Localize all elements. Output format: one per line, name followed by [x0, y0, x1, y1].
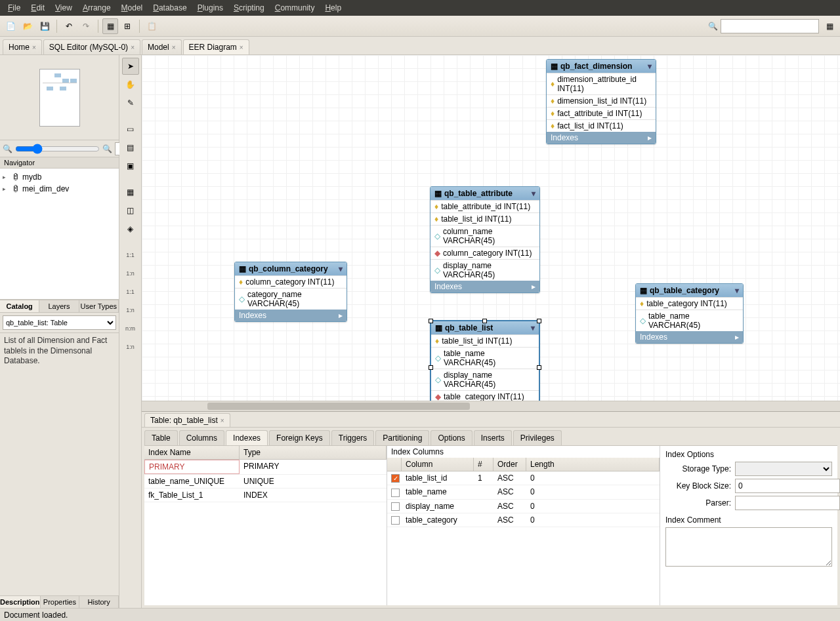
- index-row[interactable]: fk_Table_List_1INDEX: [144, 489, 387, 502]
- subtab-indexes[interactable]: Indexes: [226, 430, 268, 445]
- doc-button[interactable]: 📋: [144, 18, 159, 34]
- left-tab-catalog[interactable]: Catalog: [0, 300, 39, 312]
- key-icon: ♦: [551, 109, 555, 118]
- column-icon: ◇: [640, 316, 646, 325]
- parser-input[interactable]: [735, 496, 840, 510]
- index-row[interactable]: PRIMARYPRIMARY: [144, 460, 387, 475]
- pointer-tool[interactable]: ➤: [122, 58, 139, 75]
- key-icon: ♦: [239, 277, 243, 287]
- storage-type-select[interactable]: [735, 462, 832, 476]
- menu-view[interactable]: View: [50, 3, 77, 12]
- checkbox[interactable]: [391, 474, 400, 483]
- menu-arrange[interactable]: Arrange: [77, 3, 116, 12]
- index-column-row[interactable]: table_nameASC0: [387, 485, 660, 499]
- left-tab-user-types[interactable]: User Types: [79, 300, 119, 312]
- note-tool[interactable]: ▤: [122, 139, 139, 156]
- save-button[interactable]: 💾: [37, 18, 52, 34]
- rel-1-1-id-tool[interactable]: 1:1: [122, 283, 139, 300]
- layer-tool[interactable]: ▭: [122, 121, 139, 138]
- index-row[interactable]: table_name_UNIQUEUNIQUE: [144, 475, 387, 489]
- zoom-out-icon[interactable]: 🔍: [3, 144, 12, 153]
- menu-help[interactable]: Help: [320, 3, 346, 12]
- menu-file[interactable]: File: [3, 3, 26, 12]
- left-tab-description[interactable]: Description: [0, 596, 41, 608]
- close-icon[interactable]: ×: [131, 44, 135, 51]
- rel-1-n-tool[interactable]: 1:n: [122, 265, 139, 282]
- subtab-privileges[interactable]: Privileges: [513, 430, 562, 445]
- left-tab-properties[interactable]: Properties: [41, 596, 80, 608]
- horizontal-scrollbar[interactable]: [142, 401, 840, 411]
- navigator-preview[interactable]: [0, 55, 119, 140]
- tab-model[interactable]: Model×: [142, 39, 182, 54]
- undo-button[interactable]: ↶: [61, 18, 77, 34]
- rel-existing-tool[interactable]: 1:n: [122, 338, 139, 355]
- subtab-foreign-keys[interactable]: Foreign Keys: [269, 430, 330, 445]
- subtab-inserts[interactable]: Inserts: [474, 430, 512, 445]
- table-tool[interactable]: ▦: [122, 184, 139, 201]
- subtab-table[interactable]: Table: [144, 430, 178, 445]
- open-file-button[interactable]: 📂: [20, 18, 35, 34]
- entity-qb-column-category[interactable]: ▦qb_column_category▾ ♦column_category IN…: [234, 262, 347, 322]
- index-list[interactable]: Index NameType PRIMARYPRIMARY table_name…: [144, 446, 387, 605]
- left-tab-history[interactable]: History: [79, 596, 119, 608]
- subtab-triggers[interactable]: Triggers: [331, 430, 375, 445]
- view-options-button[interactable]: ⊞: [119, 18, 135, 34]
- view-tool[interactable]: ◫: [122, 202, 139, 219]
- status-bar: Document loaded.: [0, 608, 840, 621]
- menu-plugins[interactable]: Plugins: [192, 3, 228, 12]
- tab-home[interactable]: Home×: [3, 39, 42, 54]
- search-options-button[interactable]: ▦: [822, 18, 837, 34]
- editor-tab[interactable]: Table: qb_table_list×: [144, 413, 230, 427]
- menu-community[interactable]: Community: [270, 3, 320, 12]
- search-icon: 🔍: [708, 22, 718, 31]
- tool-palette: ➤ ✋ ✎ ▭ ▤ ▣ ▦ ◫ ◈ 1:1 1:n 1:1 1:n n:m 1:…: [119, 55, 142, 608]
- tab-eer-diagram[interactable]: EER Diagram×: [183, 39, 249, 54]
- grid-toggle-button[interactable]: ▦: [102, 18, 118, 34]
- index-column-row[interactable]: table_categoryASC0: [387, 513, 660, 527]
- entity-qb-table-list[interactable]: ▦qb_table_list▾ ♦table_list_id INT(11) ◇…: [430, 320, 540, 401]
- checkbox[interactable]: [391, 489, 400, 497]
- menu-database[interactable]: Database: [148, 3, 192, 12]
- menu-model[interactable]: Model: [116, 3, 148, 12]
- rel-1-1-tool[interactable]: 1:1: [122, 247, 139, 264]
- image-tool[interactable]: ▣: [122, 157, 139, 174]
- checkbox[interactable]: [391, 516, 400, 525]
- close-icon[interactable]: ×: [220, 417, 224, 424]
- routine-tool[interactable]: ◈: [122, 220, 139, 237]
- column-icon: ◇: [435, 353, 441, 363]
- diagram-canvas[interactable]: ▦qb_fact_dimension▾ ♦dimension_attribute…: [142, 55, 840, 401]
- subtab-options[interactable]: Options: [430, 430, 472, 445]
- zoom-slider[interactable]: [15, 144, 100, 154]
- close-icon[interactable]: ×: [240, 44, 243, 51]
- entity-qb-fact-dimension[interactable]: ▦qb_fact_dimension▾ ♦dimension_attribute…: [546, 59, 656, 144]
- hand-tool[interactable]: ✋: [122, 76, 139, 93]
- search-input[interactable]: [721, 19, 819, 33]
- eraser-tool[interactable]: ✎: [122, 94, 139, 111]
- subtab-partitioning[interactable]: Partitioning: [375, 430, 429, 445]
- new-file-button[interactable]: 📄: [3, 18, 18, 34]
- index-comment-textarea[interactable]: [665, 527, 832, 567]
- entity-qb-table-attribute[interactable]: ▦qb_table_attribute▾ ♦table_attribute_id…: [430, 186, 540, 293]
- menu-edit[interactable]: Edit: [26, 3, 50, 12]
- zoom-in-icon[interactable]: 🔍: [102, 144, 112, 153]
- redo-button[interactable]: ↷: [78, 18, 94, 34]
- index-column-row[interactable]: display_nameASC0: [387, 500, 660, 513]
- index-column-row[interactable]: table_list_id1ASC0: [387, 471, 660, 485]
- menu-scripting[interactable]: Scripting: [228, 3, 270, 12]
- key-block-size-input[interactable]: [735, 479, 840, 493]
- close-icon[interactable]: ×: [172, 44, 176, 51]
- checkbox[interactable]: [391, 502, 400, 511]
- rel-n-m-tool[interactable]: n:m: [122, 320, 139, 337]
- subtab-columns[interactable]: Columns: [179, 430, 224, 445]
- schema-tree[interactable]: ▸🛢mydb ▸🛢mei_dim_dev: [0, 169, 119, 300]
- left-tab-layers[interactable]: Layers: [39, 300, 79, 312]
- close-icon[interactable]: ×: [32, 44, 36, 51]
- table-select[interactable]: qb_table_list: Table: [3, 315, 116, 330]
- schema-item[interactable]: ▸🛢mei_dim_dev: [3, 183, 116, 195]
- fk-icon: ◆: [435, 392, 441, 401]
- tab-sql-editor[interactable]: SQL Editor (MySQL-0)×: [43, 39, 140, 54]
- rel-1-n-id-tool[interactable]: 1:n: [122, 302, 139, 319]
- schema-item[interactable]: ▸🛢mydb: [3, 171, 116, 183]
- table-editor: Table: qb_table_list× Table Columns Inde…: [142, 411, 840, 608]
- entity-qb-table-category[interactable]: ▦qb_table_category▾ ♦table_category INT(…: [635, 283, 744, 344]
